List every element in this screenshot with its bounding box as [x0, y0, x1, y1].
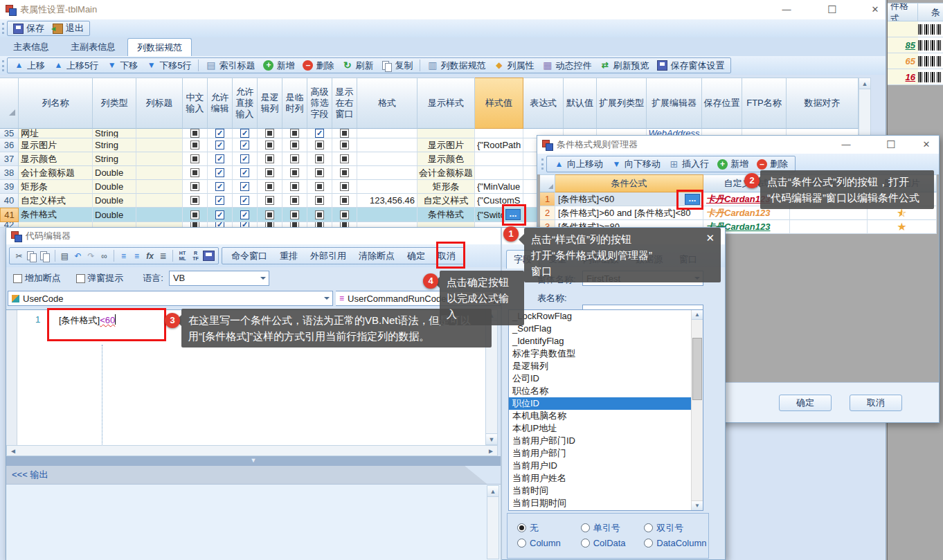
col-header[interactable]: 允许直接输入	[233, 78, 258, 129]
dynamic-control-button[interactable]: 动态控件	[538, 58, 595, 73]
radio-none[interactable]: 无	[517, 521, 578, 536]
save-button[interactable]: 保存	[9, 21, 48, 36]
clear-breakpoints-button[interactable]: 清除断点	[352, 250, 401, 262]
radio-icon[interactable]	[644, 539, 653, 548]
list-item[interactable]: 本机电脑名称	[509, 410, 703, 422]
scroll-up-icon[interactable]: ▲	[487, 486, 499, 497]
indent-icon[interactable]: ≡	[118, 250, 129, 262]
ok-button[interactable]: 确定	[779, 395, 832, 411]
checkbox[interactable]	[215, 141, 224, 150]
scroll-right-icon[interactable]: ►	[487, 447, 494, 455]
checkbox[interactable]	[190, 182, 199, 191]
checkbox[interactable]	[315, 141, 324, 150]
column-data-spec-button[interactable]: 列数据规范	[423, 58, 490, 73]
list-item[interactable]: _LockRowFlag	[509, 310, 703, 323]
checkbox[interactable]	[265, 141, 274, 150]
checkbox[interactable]	[315, 210, 324, 219]
move-down-5-button[interactable]: 下移5行	[142, 58, 195, 73]
checkbox[interactable]	[265, 196, 274, 205]
maximize-icon[interactable]	[880, 136, 902, 154]
cut-icon[interactable]: ✂	[13, 250, 25, 262]
radio-datacolumn[interactable]: DataColumn	[644, 536, 705, 551]
checkbox[interactable]	[340, 141, 349, 150]
paste-icon[interactable]	[39, 251, 51, 262]
rearrange-button[interactable]: 重排	[273, 250, 304, 262]
list-item[interactable]: 当前用户姓名	[509, 472, 703, 485]
output-header[interactable]: <<< 输出	[6, 466, 499, 484]
checkbox[interactable]	[340, 168, 349, 177]
list-item[interactable]: _SortFlag	[509, 323, 703, 335]
close-icon[interactable]	[915, 136, 937, 154]
output-vscrollbar[interactable]: ▲	[487, 485, 499, 559]
scroll-thumb[interactable]	[692, 338, 702, 400]
grid-corner[interactable]	[540, 174, 555, 192]
col-header[interactable]: 表达式	[523, 78, 564, 129]
confirm-button[interactable]: 确定	[401, 250, 431, 262]
cancel-button[interactable]: 取消	[850, 395, 902, 411]
checkbox[interactable]	[290, 154, 299, 163]
radio-column[interactable]: Column	[517, 536, 578, 551]
checkbox[interactable]	[215, 182, 224, 191]
list-item[interactable]: 当前用户部门	[509, 447, 703, 460]
col-header[interactable]: FTP名称	[742, 78, 787, 129]
checkbox[interactable]	[190, 129, 199, 138]
checkbox[interactable]	[315, 129, 324, 138]
scroll-left-icon[interactable]: ◄	[10, 447, 17, 455]
index-title-button[interactable]: 索引标题	[201, 58, 259, 73]
rule-delete-button[interactable]: 删除	[753, 156, 792, 172]
checkbox[interactable]	[240, 168, 249, 177]
function-icon[interactable]: fx	[144, 250, 156, 262]
col-header[interactable]: 允许编辑	[208, 78, 233, 129]
col-header[interactable]: 格式	[357, 78, 417, 129]
move-up-5-button[interactable]: 上移5行	[49, 58, 102, 73]
col-header[interactable]: 列标题	[136, 78, 183, 129]
col-header[interactable]: 列类型	[93, 78, 136, 129]
checkbox[interactable]	[315, 154, 324, 163]
rule-move-up-button[interactable]: 向上移动	[550, 156, 607, 172]
copy-icon[interactable]	[26, 251, 38, 262]
checkbox[interactable]	[290, 129, 299, 138]
checkbox[interactable]	[290, 210, 299, 219]
refresh-button[interactable]: 刷新	[338, 58, 377, 73]
list-item[interactable]: 当前用户部门ID	[509, 435, 703, 447]
maximize-icon[interactable]	[821, 1, 843, 19]
minimize-icon[interactable]	[835, 136, 857, 154]
list-item-selected[interactable]: 职位ID	[509, 397, 703, 410]
radio-double-quote[interactable]: 双引号	[644, 521, 705, 536]
new-document-icon[interactable]: ▤	[59, 250, 71, 262]
col-header[interactable]: 高级筛选字段	[307, 78, 332, 129]
col-header[interactable]: 是逻辑列	[258, 78, 282, 129]
usercode-select[interactable]: UserCode	[8, 291, 333, 306]
scroll-down-icon[interactable]: ▼	[486, 433, 497, 444]
checkbox[interactable]	[315, 196, 324, 205]
col-header-style-value[interactable]: 样式值	[475, 78, 523, 129]
insert-row-button[interactable]: 插入行	[665, 156, 713, 172]
outdent-icon[interactable]: ≡	[131, 250, 143, 262]
checkbox[interactable]	[290, 182, 299, 191]
checkbox[interactable]	[340, 196, 349, 205]
checkbox[interactable]	[340, 154, 349, 163]
checkbox[interactable]	[240, 154, 249, 163]
rule-add-button[interactable]: 新增	[713, 156, 753, 172]
list-item[interactable]: 本机IP地址	[509, 422, 703, 435]
checkbox[interactable]	[340, 182, 349, 191]
add-button[interactable]: 新增	[259, 58, 298, 73]
rule-move-down-button[interactable]: 向下移动	[607, 156, 665, 172]
save-icon[interactable]	[203, 251, 215, 261]
splitter[interactable]: ▼	[6, 456, 501, 466]
column-props-button[interactable]: 列属性	[490, 58, 538, 73]
undo-icon[interactable]: ↶	[72, 250, 84, 262]
col-header[interactable]: 默认值	[564, 78, 597, 129]
radio-icon[interactable]	[581, 539, 590, 548]
col-header[interactable]: 是临时列	[282, 78, 307, 129]
checkbox[interactable]	[240, 210, 249, 219]
checkbox[interactable]	[190, 210, 199, 219]
close-icon[interactable]: ✕	[706, 230, 715, 246]
breakpoint-gutter[interactable]	[6, 310, 17, 445]
checkbox[interactable]	[190, 141, 199, 150]
checkbox[interactable]	[315, 168, 324, 177]
checkbox[interactable]	[240, 196, 249, 205]
refresh-preview-button[interactable]: 刷新预览	[595, 58, 653, 73]
list-item[interactable]: 是逻辑列	[509, 360, 703, 372]
radio-icon[interactable]	[581, 523, 590, 532]
